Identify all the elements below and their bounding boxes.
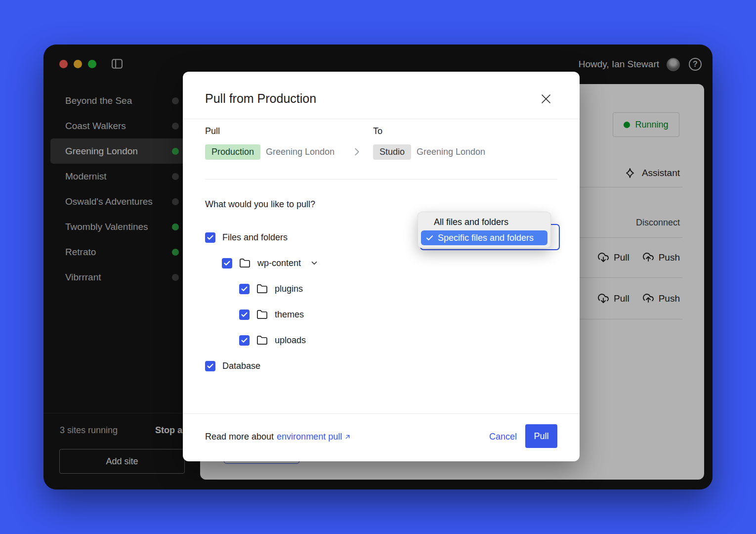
plugins-checkbox[interactable] [239,284,250,294]
to-column-label: To [373,126,382,136]
check-icon [241,337,248,344]
target-site-name: Greening London [417,144,485,160]
check-icon [207,362,214,370]
uploads-label: uploads [275,335,306,346]
files-scope-dropdown-menu: All files and folders Specific files and… [418,212,551,248]
source-site-name: Greening London [266,144,335,160]
external-link-arrow-icon [344,433,351,441]
database-row: Database [205,359,260,372]
wp-content-row: wp-content [222,257,319,269]
read-more-prefix: Read more about [205,432,274,442]
studio-env-badge: Studio [373,144,411,160]
check-icon [207,234,214,241]
plugins-row: plugins [239,282,303,295]
selected-option-label: Specific files and folders [438,233,534,243]
themes-row: themes [239,308,304,321]
modal-divider [205,179,557,179]
chevron-down-icon[interactable] [310,259,319,267]
folder-icon [256,335,268,346]
folder-icon [256,309,268,320]
app-window: Howdy, Ian Stewart ? Beyond the Sea Coas… [43,44,713,490]
files-and-folders-label: Files and folders [222,232,288,243]
chevron-right-icon [351,146,362,157]
files-and-folders-row: Files and folders [205,231,288,244]
cancel-button[interactable]: Cancel [489,432,517,442]
wp-content-checkbox[interactable] [222,258,232,268]
pull-from-production-modal: Pull from Production Pull To Production … [183,72,580,461]
read-more-text: Read more about environment pull [205,432,351,442]
plugins-label: plugins [275,284,303,294]
wp-content-label: wp-content [257,258,301,268]
database-checkbox[interactable] [205,361,215,371]
files-and-folders-checkbox[interactable] [205,232,215,243]
pull-column-label: Pull [205,126,220,136]
pull-question: What would you like to pull? [205,199,315,210]
environment-pull-link[interactable]: environment pull [277,432,351,442]
link-label: environment pull [277,432,342,442]
production-env-badge: Production [205,144,260,160]
close-icon[interactable] [540,93,552,105]
uploads-row: uploads [239,334,306,347]
check-icon [241,285,248,293]
check-icon [425,234,434,242]
check-icon [241,311,248,318]
modal-title: Pull from Production [205,91,316,106]
database-label: Database [222,361,260,371]
uploads-checkbox[interactable] [239,335,250,346]
modal-footer-divider [183,413,580,414]
option-all-files-and-folders[interactable]: All files and folders [434,216,508,228]
themes-label: themes [275,310,304,320]
themes-checkbox[interactable] [239,310,250,320]
folder-icon [239,258,251,269]
option-specific-files-and-folders[interactable]: Specific files and folders [421,230,547,245]
folder-icon [256,283,268,295]
modal-header-divider [183,119,580,119]
pull-submit-button[interactable]: Pull [525,424,557,448]
check-icon [223,260,231,267]
